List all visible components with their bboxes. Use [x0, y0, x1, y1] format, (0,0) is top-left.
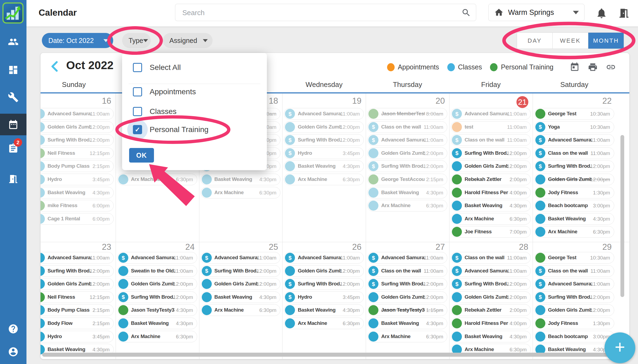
event-george-testaccount[interactable]: George TestAccount2:15pm: [367, 174, 447, 185]
event-advanced-samura[interactable]: $Advanced Samura...11:00am: [201, 252, 281, 264]
date-cell-28[interactable]: 28: [449, 242, 528, 253]
event-golden-girls-zumba[interactable]: Golden Girls Zumba12:00pm: [41, 121, 114, 133]
tab-month-view[interactable]: MONTH: [588, 33, 624, 49]
event-golden-girls-zumba[interactable]: Golden Girls Zumba12:00pm: [451, 160, 531, 172]
event-surfing-with-brod[interactable]: $Surfing With Brod...12:00pm: [284, 278, 364, 290]
event-hydro[interactable]: $Hydro3:45pm: [284, 291, 364, 303]
event-advanced-samura[interactable]: $Advanced Samura...11:00am: [367, 134, 447, 146]
add-event-fab[interactable]: +: [605, 332, 635, 363]
menu-item-classes[interactable]: ✓ Classes: [133, 105, 261, 118]
date-cell-26[interactable]: 26: [282, 242, 361, 253]
event-basket-weaving[interactable]: Basket Weaving4:30pm: [451, 200, 531, 211]
event-advanced-samura[interactable]: $Advanced Samura...11:00am: [117, 252, 197, 264]
event-beach-bootcamp[interactable]: Beach bootcamp3:00pm: [534, 331, 614, 342]
event-class-on-the-wall[interactable]: $Class on the wall11:00am: [534, 147, 614, 159]
event-arx-machine[interactable]: Arx Machine6:30pm: [284, 174, 364, 185]
event-advanced-samura[interactable]: Advanced Samura...11:00am: [41, 252, 114, 264]
horizontal-scrollbar[interactable]: [42, 353, 628, 357]
event-golden-girls-zumba[interactable]: Golden Girls Zumba12:00pm: [201, 278, 281, 290]
event-yoga[interactable]: $Yoga10:30am: [534, 121, 614, 133]
event-advanced-samura[interactable]: Advanced Samura...11:00am: [41, 108, 114, 120]
event-advanced-samura[interactable]: $Advanced Samura...11:00am: [367, 252, 447, 264]
event-jason-testytesty333[interactable]: Jason TestyTesty3331:15pm: [367, 304, 447, 316]
event-surfing-with-brod[interactable]: $Surfing With Brod...12:00pm: [451, 278, 531, 290]
event-advanced-samura[interactable]: $Advanced Samura...11:00am: [534, 278, 614, 290]
checkbox-appointments[interactable]: ✓: [133, 87, 142, 96]
event-harold-fitness-pers[interactable]: Harold Fitness Pers...4:00pm: [451, 318, 531, 329]
event-class-on-the-wall[interactable]: $Class on the wall11:00am: [451, 134, 531, 146]
event-basket-weaving[interactable]: Basket Weaving4:30pm: [201, 174, 281, 185]
event-arx-machine[interactable]: Arx Machine6:30pm: [284, 318, 364, 329]
event-hydro[interactable]: $Hydro3:45pm: [284, 147, 364, 159]
event-arx-machine[interactable]: Arx Machine6:30pm: [367, 331, 447, 342]
event-surfing-with-brod[interactable]: $Surfing With Brod...12:00pm: [201, 265, 281, 277]
event-surfing-with-brod[interactable]: $Surfing With Brod...12:00pm: [367, 278, 447, 290]
event-golden-girls-zumba[interactable]: Golden Girls Zumba12:00pm: [367, 147, 447, 159]
previous-month-icon[interactable]: [49, 60, 62, 73]
vertical-scrollbar[interactable]: [620, 135, 624, 297]
event-class-on-the-wall[interactable]: $Class on the wall11:00am: [367, 265, 447, 277]
event-golden-girls-zumba[interactable]: Golden Girls Zumba12:00pm: [534, 304, 614, 316]
event-body-pump-class[interactable]: Body Pump Class2:15pm: [41, 304, 114, 316]
tools-icon[interactable]: [8, 92, 19, 103]
event-jason-testytesty333[interactable]: Jason TestyTesty3334:30pm: [117, 304, 197, 316]
event-golden-girls-zumba[interactable]: Golden Girls Zumba12:00pm: [284, 265, 364, 277]
event-basket-weaving[interactable]: Basket Weaving4:30pm: [117, 318, 197, 329]
event-test[interactable]: test11:00am: [451, 121, 531, 133]
dashboard-icon[interactable]: [8, 65, 19, 75]
calendar-today-icon[interactable]: [570, 62, 580, 72]
event-golden-girls-zumba[interactable]: Golden Girls Zumba12:00pm: [41, 278, 114, 290]
date-cell-19[interactable]: 19: [282, 96, 361, 107]
event-arx-machine[interactable]: Arx Machine6:30pm: [534, 226, 614, 238]
tab-week-view[interactable]: WEEK: [553, 33, 588, 49]
event-advanced-samura[interactable]: $Advanced Samura...11:00am: [451, 108, 531, 120]
date-cell-29[interactable]: 29: [533, 242, 612, 253]
date-cell-21[interactable]: 21: [449, 96, 528, 107]
event-surfing-with-brod[interactable]: $Surfing With Brod...12:00pm: [451, 147, 531, 159]
event-golden-girls-zumba[interactable]: Golden Girls Zumba12:00pm: [117, 278, 197, 290]
menu-item-select-all[interactable]: ✓ Select All: [133, 61, 261, 74]
event-arx-machine[interactable]: Arx Machine6:30pm: [201, 304, 281, 316]
checkbox-select-all[interactable]: ✓: [133, 63, 142, 72]
date-cell-23[interactable]: 23: [41, 242, 111, 253]
event-george-test[interactable]: George Test10:30am: [534, 108, 614, 120]
event-surfing-with-brod[interactable]: Surfing With Brod...12:00pm: [41, 265, 114, 277]
ok-button[interactable]: OK: [129, 148, 154, 163]
event-mike-fitness[interactable]: mike Fitness6:00pm: [41, 200, 114, 211]
event-basket-weaving[interactable]: Basket Weaving4:30pm: [284, 160, 364, 172]
event-surfing-with-brod[interactable]: $Surfing With Brod...12:00pm: [534, 160, 614, 172]
account-icon[interactable]: [8, 346, 19, 357]
event-arx-machine[interactable]: Arx Machine6:30pm: [117, 331, 197, 342]
event-basket-weaving[interactable]: Basket Weaving4:30pm: [534, 213, 614, 225]
app-logo[interactable]: [2, 2, 23, 23]
date-filter-button[interactable]: Date: Oct 2022: [42, 33, 113, 48]
date-cell-20[interactable]: 20: [366, 96, 445, 107]
event-joe-fitness[interactable]: Joe Fitness7:00pm: [451, 226, 531, 238]
location-selector[interactable]: Warm Springs: [488, 4, 585, 21]
event-arx-machine[interactable]: Arx Machine6:30pm: [451, 213, 531, 225]
event-rebekah-zettler[interactable]: Rebekah Zettler2:00pm: [451, 304, 531, 316]
event-class-on-the-wall[interactable]: $Class on the wall11:00am: [367, 121, 447, 133]
checkbox-classes[interactable]: ✓: [133, 107, 142, 116]
event-jody-fitness[interactable]: Jody Fitness1:30pm: [534, 318, 614, 329]
help-icon[interactable]: [8, 323, 19, 334]
event-basket-weaving[interactable]: Basket Weaving4:30pm: [201, 291, 281, 303]
event-george-test[interactable]: George Test10:30am: [534, 252, 614, 264]
event-surfing-with-brod[interactable]: $Surfing With Brod...12:00pm: [534, 291, 614, 303]
date-cell-16[interactable]: 16: [41, 96, 111, 107]
link-icon[interactable]: [606, 62, 616, 72]
event-golden-girls-zumba[interactable]: Golden Girls Zumba12:00pm: [451, 291, 531, 303]
event-body-pump-class[interactable]: Body Pump Class2:15pm: [41, 160, 114, 172]
event-neil-fitness[interactable]: Neil Fitness12:15pm: [41, 147, 114, 159]
event-sweatin-to-the-old[interactable]: Sweatin to the Old...11:00am: [117, 265, 197, 277]
date-cell-24[interactable]: 24: [116, 242, 195, 253]
date-cell-25[interactable]: 25: [199, 242, 278, 253]
event-surfing-with-brod[interactable]: Surfing With Brod...12:00pm: [41, 134, 114, 146]
event-advanced-samura[interactable]: $Advanced Samura...11:00am: [284, 252, 364, 264]
event-neil-fitness[interactable]: Neil Fitness12:15pm: [41, 291, 114, 303]
menu-item-personal-training[interactable]: ✓ Personal Training: [133, 123, 261, 136]
event-body-flow[interactable]: Body Flow2:15pm: [41, 318, 114, 329]
event-class-on-the-wall[interactable]: $Class on the wall11:00am: [534, 265, 614, 277]
event-hydro[interactable]: Hydro3:45pm: [41, 331, 114, 342]
date-cell-27[interactable]: 27: [366, 242, 445, 253]
